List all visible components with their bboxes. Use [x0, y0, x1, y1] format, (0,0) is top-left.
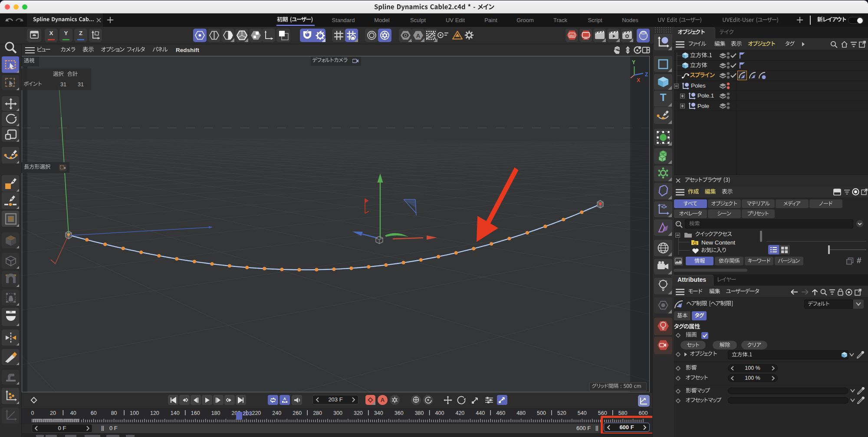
svg-text:RV: RV — [570, 34, 574, 37]
svg-text:Y: Y — [632, 59, 635, 65]
svg-text:Z: Z — [645, 72, 648, 78]
svg-text:A: A — [416, 33, 421, 39]
svg-text:X: X — [637, 77, 640, 83]
svg-text:A: A — [283, 397, 286, 401]
